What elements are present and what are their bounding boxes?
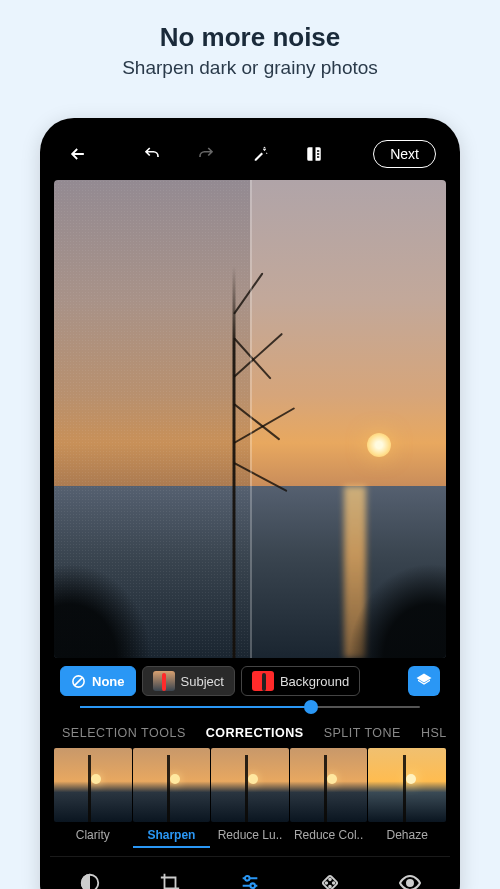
preset-label: Sharpen [147,828,195,842]
plant-silhouette [214,266,254,658]
nav-red-eye[interactable] [390,863,430,890]
app-screen: Next None [50,128,450,889]
arrow-left-icon [68,144,88,164]
svg-point-6 [250,883,255,888]
magic-wand-icon [251,145,269,163]
preset-thumbnail [290,748,368,822]
back-button[interactable] [64,140,92,168]
preset-thumbnail [54,748,132,822]
eye-icon [398,871,422,890]
split-divider[interactable] [250,180,252,658]
nav-adjust[interactable] [230,863,270,890]
preset-clarity[interactable]: Clarity [54,748,132,848]
nav-crop[interactable] [150,863,190,890]
svg-point-5 [245,876,250,881]
none-icon [71,674,86,689]
tab-hsl[interactable]: HSL [421,726,447,740]
promo-subtitle: Sharpen dark or grainy photos [0,57,500,79]
sliders-icon [239,871,261,890]
crop-icon [159,872,181,890]
nav-looks[interactable] [70,863,110,890]
top-toolbar: Next [50,128,450,180]
preset-label: Reduce Col.. [294,828,363,842]
preset-thumbnail [133,748,211,822]
bottom-nav [50,856,450,889]
tab-corrections[interactable]: CORRECTIONS [206,726,304,740]
preset-label: Dehaze [386,828,427,842]
slider-thumb[interactable] [304,700,318,714]
svg-line-1 [74,677,83,686]
svg-point-8 [329,878,331,880]
mask-none-label: None [92,674,125,689]
slider-track [80,706,420,708]
svg-point-9 [325,882,327,884]
tab-split-tone[interactable]: SPLIT TONE [324,726,401,740]
preset-reduce-luminance[interactable]: Reduce Lu.. [211,748,289,848]
undo-icon [142,145,162,163]
category-tabs: SELECTION TOOLS CORRECTIONS SPLIT TONE H… [50,718,450,748]
svg-point-12 [407,880,413,886]
preset-thumbnail [211,748,289,822]
undo-button[interactable] [138,140,166,168]
image-canvas[interactable] [54,180,446,658]
phone-frame: Next None [40,118,460,889]
mask-background-chip[interactable]: Background [241,666,360,696]
tab-selection-tools[interactable]: SELECTION TOOLS [62,726,186,740]
background-swatch-icon [252,671,274,691]
compare-button[interactable] [300,140,328,168]
mask-subject-label: Subject [181,674,224,689]
redo-button[interactable] [192,140,220,168]
preset-dehaze[interactable]: Dehaze [368,748,446,848]
promo-title: No more noise [0,22,500,53]
next-button[interactable]: Next [373,140,436,168]
layers-button[interactable] [408,666,440,696]
correction-presets-row: Clarity Sharpen Reduce Lu.. Reduce Col..… [50,748,450,848]
compare-icon [305,145,323,163]
promo-header: No more noise Sharpen dark or grainy pho… [0,0,500,79]
mask-subject-chip[interactable]: Subject [142,666,235,696]
preset-thumbnail [368,748,446,822]
selection-mask-row: None Subject Background [50,658,450,704]
heal-icon [319,872,341,890]
looks-icon [79,872,101,890]
preset-label: Reduce Lu.. [218,828,283,842]
mask-none-chip[interactable]: None [60,666,136,696]
after-image [250,180,446,658]
preset-sharpen[interactable]: Sharpen [133,748,211,848]
nav-retouch[interactable] [310,863,350,890]
slider-fill [80,706,311,708]
preset-reduce-color[interactable]: Reduce Col.. [290,748,368,848]
preset-label: Clarity [76,828,110,842]
svg-point-10 [333,882,335,884]
intensity-slider[interactable] [50,704,450,718]
mask-background-label: Background [280,674,349,689]
layers-icon [415,672,433,690]
svg-point-11 [329,885,331,887]
auto-enhance-button[interactable] [246,140,274,168]
redo-icon [196,145,216,163]
subject-swatch-icon [153,671,175,691]
